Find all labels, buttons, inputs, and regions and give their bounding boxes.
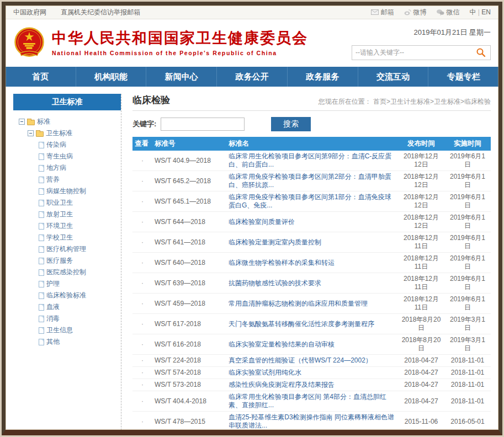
standard-name-link[interactable]: 临床常用生化检验项目参考区间第9部分：血清C-反应蛋白、前白蛋白... <box>229 152 391 168</box>
implement-date: 2016-05-01 <box>444 412 491 430</box>
file-icon <box>39 223 44 230</box>
table-row: · WS/T 617-2018 天门冬氨酸氨基转移酶催化活性浓度参考测量程序 2… <box>132 314 491 334</box>
nav-item[interactable]: 首页 <box>6 67 76 87</box>
standard-name-link[interactable]: 血清25-羟基维生素D3检测操作指南 同位素稀释液相色谱串联质谱法... <box>229 413 394 429</box>
site-search-input[interactable] <box>356 49 475 56</box>
row-bullet: · <box>132 314 152 334</box>
gov-site-link[interactable]: 中国政府网 <box>13 8 46 17</box>
implement-date: 2018-11-01 <box>444 391 491 412</box>
tree-leaf-item[interactable]: 医疗机构管理 <box>17 243 118 255</box>
row-bullet: · <box>132 334 152 355</box>
tree-leaf-label: 血液 <box>46 302 60 312</box>
implement-date: 2019年6月1日 <box>444 151 491 171</box>
row-bullet: · <box>132 412 152 430</box>
standard-name-link[interactable]: 常用血清肿瘤标志物检测的临床应用和质量管理 <box>229 300 368 307</box>
nav-item[interactable]: 交流互动 <box>358 67 429 87</box>
tree-leaf-item[interactable]: 卫生信息 <box>17 324 118 336</box>
nav-item[interactable]: 机构职能 <box>76 67 147 87</box>
lang-en-link[interactable]: EN <box>481 8 491 16</box>
implement-date: 2019年6月1日 <box>444 253 491 273</box>
report-mailbox-link[interactable]: 直属机关纪委信访举报邮箱 <box>61 8 140 17</box>
wechat-link[interactable]: 微信 <box>437 8 460 17</box>
tree-node-standards[interactable]: 标准 <box>17 116 118 127</box>
tree-leaf-item[interactable]: 放射卫生 <box>17 209 118 220</box>
tree-leaf-item[interactable]: 病媒生物控制 <box>17 185 118 197</box>
tree-leaf-label: 卫生信息 <box>46 326 73 335</box>
tree-leaf-item[interactable]: 学校卫生 <box>17 232 118 243</box>
tree-leaf-item[interactable]: 职业卫生 <box>17 197 118 209</box>
row-bullet: · <box>132 212 152 232</box>
site-search-button[interactable] <box>475 47 487 57</box>
implement-date: 2019年6月1日 <box>444 191 491 212</box>
tree-leaf-item[interactable]: 医院感染控制 <box>17 267 118 278</box>
tree-leaf-item[interactable]: 传染病 <box>17 139 118 151</box>
row-bullet: · <box>132 253 152 273</box>
tree-leaf-item[interactable]: 临床检验标准 <box>17 290 118 301</box>
standard-name-link[interactable]: 临床微生物学检验样本的采集和转运 <box>229 259 335 267</box>
breadcrumb-path[interactable]: 首页>卫生计生标准>卫生标准>临床检验 <box>373 98 491 105</box>
search-submit-button[interactable]: 搜索 <box>271 117 311 131</box>
standard-number: WS/T 478—2015 <box>152 412 226 430</box>
tree-leaf-item[interactable]: 其他 <box>17 336 118 348</box>
site-subtitle: National Health Commission of the People… <box>52 50 308 56</box>
collapse-icon[interactable] <box>28 130 34 136</box>
row-bullet: · <box>132 391 152 412</box>
publish-date: 2018年8月20日 <box>398 314 444 334</box>
tree-leaf-item[interactable]: 血液 <box>17 301 118 313</box>
tree-leaf-item[interactable]: 地方病 <box>17 162 118 174</box>
standard-name-link[interactable]: 抗菌药物敏感性试验的技术要求 <box>229 279 321 287</box>
col-implement-date: 实施时间 <box>444 137 491 151</box>
implement-date: 2019年6月1日 <box>444 212 491 232</box>
tree-leaf-item[interactable]: 消毒 <box>17 313 118 324</box>
implement-date: 2018-11-01 <box>444 367 491 379</box>
publish-date: 2018-04-27 <box>398 379 444 391</box>
table-row: · WS/T 573-2018 感染性疾病免疫测定程序及结果报告 2018-04… <box>132 379 491 391</box>
tree-leaf-item[interactable]: 营养 <box>17 174 118 185</box>
sidebar: 卫生标准 标准 卫生标准 <box>13 94 121 430</box>
tree-leaf-label: 放射卫生 <box>46 210 73 219</box>
standard-name-link[interactable]: 临床常用免疫学检验项目参考区间第1部分：血清免疫球蛋白G、免疫... <box>229 193 391 209</box>
row-bullet: · <box>132 273 152 294</box>
tree-leaf-label: 其他 <box>46 337 60 347</box>
file-icon <box>39 165 44 172</box>
standard-name-link[interactable]: 临床检验定量测定室内质量控制 <box>229 238 321 246</box>
nav-item[interactable]: 政务服务 <box>288 67 358 87</box>
publish-date: 2018年12月11日 <box>398 273 444 294</box>
standard-number: WS/T 574-2018 <box>152 367 226 379</box>
keyword-input[interactable] <box>161 118 245 131</box>
lang-zh-link[interactable]: 中 <box>470 8 476 16</box>
standard-name-link[interactable]: 真空采血管的性能验证（代替WS/T 224—2002） <box>229 356 372 364</box>
tree-leaf-item[interactable]: 环境卫生 <box>17 220 118 232</box>
nav-item[interactable]: 专题专栏 <box>428 67 498 87</box>
standard-name-link[interactable]: 感染性疾病免疫测定程序及结果报告 <box>229 381 335 388</box>
tree-leaf-item[interactable]: 护理 <box>17 278 118 290</box>
collapse-icon[interactable] <box>19 119 25 125</box>
tree-leaf-label: 医疗机构管理 <box>46 244 86 254</box>
tree-leaf-label: 环境卫生 <box>46 221 73 231</box>
publish-date: 2018-04-27 <box>398 391 444 412</box>
standard-name-link[interactable]: 临床实验室试剂用纯化水 <box>229 369 301 376</box>
standard-name-link[interactable]: 临床常用免疫学检验项目参考区间第2部分：血清甲胎蛋白、癌胚抗原... <box>229 173 391 189</box>
mail-link[interactable]: 邮箱 <box>371 8 394 17</box>
row-bullet: · <box>132 367 152 379</box>
tree-node-health-standards[interactable]: 卫生标准 <box>17 127 118 139</box>
sidebar-title: 卫生标准 <box>13 94 121 110</box>
search-icon <box>476 47 486 57</box>
nav-item[interactable]: 新闻中心 <box>146 67 217 87</box>
standard-name-link[interactable]: 临床实验室定量检验结果的自动审核 <box>229 340 335 348</box>
weibo-link[interactable]: 微博 <box>404 8 427 17</box>
standard-name-link[interactable]: 临床检验室间质量评价 <box>229 218 295 226</box>
tree-leaf-item[interactable]: 寄生虫病 <box>17 151 118 162</box>
file-icon <box>39 281 44 287</box>
tree-leaf-item[interactable]: 医疗服务 <box>17 255 118 267</box>
standard-name-link[interactable]: 临床常用生化检验项目参考区间 第4部分：血清总胆红素、直接胆红... <box>229 393 386 409</box>
standard-number: WS/T 640—2018 <box>152 253 226 273</box>
standard-name-link[interactable]: 天门冬氨酸氨基转移酶催化活性浓度参考测量程序 <box>229 320 374 328</box>
table-row: · WS/T 645.1—2018 临床常用免疫学检验项目参考区间第1部分：血清… <box>132 191 491 212</box>
standards-table: 查看 标准号 标准名 发布时间 实施时间 · WS/T 404.9—2018 <box>132 137 491 430</box>
implement-date: 2019年6月1日 <box>444 232 491 253</box>
tree-leaf-label: 病媒生物控制 <box>46 186 86 196</box>
page-title: 临床检验 <box>132 94 170 106</box>
nav-item[interactable]: 政务公开 <box>217 67 288 87</box>
standard-number: WS/T 645.1—2018 <box>152 191 226 212</box>
